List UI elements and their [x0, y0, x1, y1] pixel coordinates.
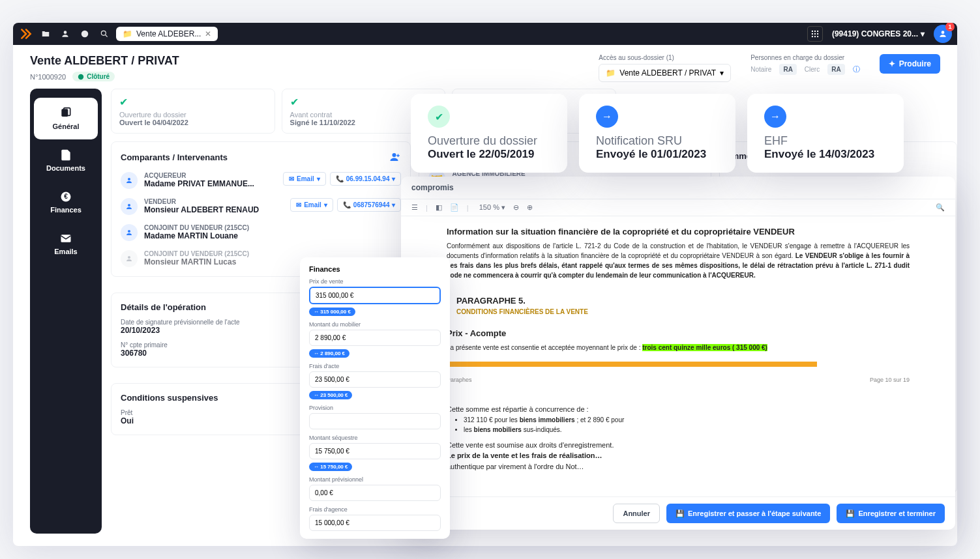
svg-point-22 — [128, 230, 130, 233]
sequestre-chip[interactable]: ↔ 15 750,00 € — [309, 463, 352, 471]
svg-point-23 — [128, 256, 130, 259]
zoom-in-icon[interactable]: ⊕ — [527, 203, 533, 212]
user-icon — [121, 198, 138, 215]
svg-point-11 — [817, 36, 818, 37]
check-icon: ✔ — [428, 106, 450, 128]
save-icon: 💾 — [846, 509, 855, 518]
search-icon[interactable]: 🔍 — [936, 203, 945, 212]
nav-finances[interactable]: € Finances — [30, 181, 102, 223]
folder-icon: 📁 — [123, 29, 132, 38]
phone-button[interactable]: 📞 0687576944 ▾ — [337, 198, 402, 212]
zoom-out-icon[interactable]: ⊖ — [513, 203, 519, 212]
mobilier-input[interactable] — [309, 330, 441, 346]
doc-content[interactable]: Information sur la situation financière … — [401, 216, 955, 496]
party-vendeur[interactable]: VENDEURMonsieur ALDEBERT RENAUD ✉ Email … — [121, 198, 401, 215]
nav-emails[interactable]: Emails — [30, 223, 102, 265]
status-badge: Clôturé — [72, 72, 115, 81]
charge-label: Personnes en charge du dossier — [750, 54, 860, 61]
svg-point-6 — [812, 33, 813, 35]
produire-button[interactable]: ✦ Produire — [880, 54, 940, 74]
finances-panel: Finances Prix de vente ↔ 315 000,00 € Mo… — [300, 257, 450, 539]
svg-point-3 — [812, 31, 813, 32]
topbar: 📁 Vente ALDEBER... ✕ (99419) CONGRES 20.… — [13, 23, 957, 45]
popup-step-ehf: → EHF Envoyé le 14/03/2023 — [747, 94, 904, 173]
cancel-button[interactable]: Annuler — [613, 504, 660, 523]
page-title: Vente ALDEBERT / PRIVAT — [30, 54, 179, 68]
doc-toolbar: ☰ | ◧ 📄 | 150 % ▾ ⊖ ⊕ 🔍 — [401, 199, 955, 216]
party-acquereur[interactable]: ACQUEREURMadame PRIVAT EMMANUE... ✉ Emai… — [121, 172, 401, 189]
chevron-down-icon: ▾ — [720, 68, 724, 78]
svg-point-12 — [942, 31, 945, 34]
paraphes-line — [447, 362, 910, 367]
frais-input[interactable] — [309, 371, 441, 388]
paragraph-heading: PARAGRAPHE 5. CONDITIONS FINANCIÈRES DE … — [447, 291, 910, 321]
clerc-badge[interactable]: RA — [827, 64, 844, 75]
user-icon — [121, 172, 138, 189]
price-highlight: trois cent quinze mille euros ( 315 000 … — [642, 344, 767, 351]
svg-point-8 — [817, 33, 818, 35]
arrow-right-icon: → — [596, 106, 618, 128]
svg-point-1 — [82, 31, 89, 38]
add-user-icon[interactable] — [389, 151, 401, 163]
svg-point-2 — [101, 31, 106, 35]
email-button[interactable]: ✉ Email ▾ — [283, 172, 326, 186]
wand-icon: ✦ — [889, 59, 895, 68]
svg-point-0 — [64, 31, 67, 34]
user-icon[interactable] — [57, 26, 73, 42]
save-icon: 💾 — [676, 509, 685, 518]
notaire-badge[interactable]: RA — [779, 64, 796, 75]
search-icon[interactable] — [97, 26, 112, 42]
zoom-select[interactable]: 150 % ▾ — [479, 203, 505, 212]
chart-icon[interactable] — [77, 26, 93, 42]
side-nav: Général Documents € Finances Emails — [30, 89, 102, 534]
popup-step-ouverture: ✔ Ouverture du dossier Ouvert le 22/05/2… — [411, 94, 567, 173]
step-ouverture[interactable]: ✔Ouverture du dossierOuvert le 04/04/202… — [111, 89, 275, 134]
subfolder-selector[interactable]: 📁 Vente ALDEBERT / PRIVAT ▾ — [599, 64, 731, 82]
arrow-right-icon: → — [764, 106, 786, 128]
svg-point-19 — [393, 153, 396, 157]
agence-input[interactable] — [309, 515, 441, 531]
dossier-id: N°1000920 — [30, 73, 66, 81]
close-icon[interactable]: ✕ — [205, 29, 211, 38]
menu-icon[interactable]: ☰ — [411, 203, 418, 212]
nav-documents[interactable]: Documents — [30, 139, 102, 181]
phone-button[interactable]: 📞 06.99.15.04.94 ▾ — [330, 172, 402, 186]
comparants-title: Comparants / Intervenants — [121, 152, 228, 162]
prix-vente-input[interactable] — [309, 287, 441, 304]
svg-point-7 — [814, 33, 816, 35]
access-label: Accès au sous-dossier (1) — [599, 54, 731, 61]
profile-avatar[interactable] — [934, 25, 952, 43]
previsionnel-input[interactable] — [309, 485, 441, 501]
tab-label: Vente ALDEBER... — [136, 29, 201, 38]
mobilier-chip[interactable]: ↔ 2 890,00 € — [309, 349, 349, 358]
apps-grid-icon[interactable] — [807, 26, 823, 42]
svg-point-10 — [814, 36, 816, 37]
email-button[interactable]: ✉ Email ▾ — [290, 198, 333, 212]
app-logo[interactable] — [18, 26, 34, 42]
save-finish-button[interactable]: 💾Enregistrer et terminer — [837, 504, 945, 523]
provision-input[interactable] — [309, 413, 441, 429]
info-icon[interactable]: ⓘ — [853, 64, 860, 74]
save-next-button[interactable]: 💾Enregistrer et passer à l'étape suivant… — [666, 504, 830, 523]
sidebar-icon[interactable]: ◧ — [436, 203, 442, 212]
page-icon[interactable]: 📄 — [450, 203, 459, 212]
frais-chip[interactable]: ↔ 23 500,00 € — [309, 391, 352, 399]
svg-point-4 — [814, 31, 816, 32]
org-selector[interactable]: (99419) CONGRES 20...▾ — [827, 29, 930, 38]
folder-icon: 📁 — [606, 68, 616, 78]
svg-text:€: € — [64, 193, 68, 200]
svg-point-5 — [817, 31, 818, 32]
check-icon: ✔ — [119, 96, 267, 108]
svg-point-9 — [812, 36, 813, 37]
svg-point-13 — [78, 74, 83, 79]
active-tab[interactable]: 📁 Vente ALDEBER... ✕ — [116, 27, 218, 41]
svg-point-21 — [128, 204, 130, 207]
nav-general[interactable]: Général — [34, 98, 98, 139]
doc-name: compromis — [411, 183, 454, 192]
folder-icon[interactable] — [38, 26, 53, 42]
party-conjoint1[interactable]: CONJOINT DU VENDEUR (215CC)Madame MARTIN… — [121, 224, 401, 241]
user-icon — [121, 224, 138, 241]
sequestre-input[interactable] — [309, 443, 441, 459]
popup-step-sru: → Notification SRU Envoyé le 01/01/2023 — [579, 94, 735, 173]
prix-chip[interactable]: ↔ 315 000,00 € — [309, 308, 355, 316]
